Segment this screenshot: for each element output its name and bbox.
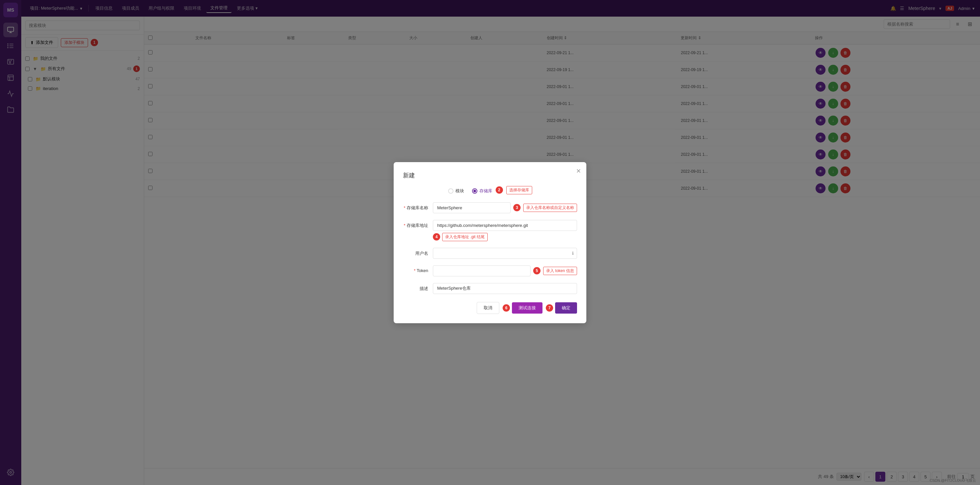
desc-control [433, 283, 577, 294]
repo-url-control: 4 录入仓库地址 .git 结尾 [433, 220, 577, 241]
form-row-token: Token 5 录入 token 信息 [403, 266, 577, 277]
repo-name-control: 3 录入仓库名称或自定义名称 [433, 202, 577, 213]
radio-module-label: 模块 [455, 188, 464, 194]
annotation-tooltip-3: 录入仓库名称或自定义名称 [523, 204, 577, 212]
repo-name-input[interactable] [433, 202, 511, 213]
new-repo-modal: 新建 ✕ 模块 存储库 2 选择存储库 存储库名称 [394, 162, 586, 323]
info-icon[interactable]: ℹ [572, 251, 574, 256]
cancel-button[interactable]: 取消 [477, 302, 499, 314]
token-label: Token [403, 266, 433, 273]
form-row-username: 用户名 ℹ [403, 248, 577, 259]
radio-module[interactable]: 模块 [448, 188, 464, 194]
radio-repo-label: 存储库 [479, 188, 492, 194]
form-row-repo-name: 存储库名称 3 录入仓库名称或自定义名称 [403, 202, 577, 213]
form-row-desc: 描述 [403, 283, 577, 294]
desc-input[interactable] [433, 283, 577, 294]
annotation-tooltip-4: 录入仓库地址 .git 结尾 [442, 233, 488, 241]
annotation-tooltip-5: 录入 token 信息 [543, 267, 577, 275]
annotation-badge-2: 2 [496, 186, 503, 194]
repo-url-label: 存储库地址 [403, 220, 433, 229]
token-control: 5 录入 token 信息 [433, 266, 577, 277]
modal-footer: 取消 6 测试连接 7 确定 [403, 302, 577, 314]
annotation-tooltip-2: 选择存储库 [506, 186, 532, 194]
radio-repo[interactable]: 存储库 [472, 188, 492, 194]
modal-overlay: 新建 ✕ 模块 存储库 2 选择存储库 存储库名称 [0, 0, 980, 485]
radio-circle-module [448, 188, 453, 194]
repo-url-input[interactable] [433, 220, 577, 231]
annotation-badge-3: 3 [513, 204, 520, 211]
repo-name-label: 存储库名称 [403, 202, 433, 211]
test-connection-button[interactable]: 测试连接 [512, 302, 542, 313]
username-control: ℹ [433, 248, 577, 259]
radio-circle-repo [472, 188, 477, 194]
form-row-repo-url: 存储库地址 4 录入仓库地址 .git 结尾 [403, 220, 577, 241]
desc-label: 描述 [403, 283, 433, 292]
modal-close-button[interactable]: ✕ [576, 167, 581, 175]
modal-title: 新建 [403, 172, 577, 180]
annotation-badge-4: 4 [433, 233, 440, 240]
username-input[interactable] [433, 248, 577, 259]
token-input[interactable] [433, 266, 531, 277]
confirm-button[interactable]: 确定 [555, 302, 577, 313]
username-label: 用户名 [403, 248, 433, 256]
annotation-badge-7: 7 [546, 304, 553, 312]
annotation-badge-6: 6 [503, 304, 510, 312]
type-radio-group: 模块 存储库 [448, 186, 492, 194]
annotation-badge-5: 5 [533, 267, 541, 274]
username-input-wrapper: ℹ [433, 248, 577, 259]
